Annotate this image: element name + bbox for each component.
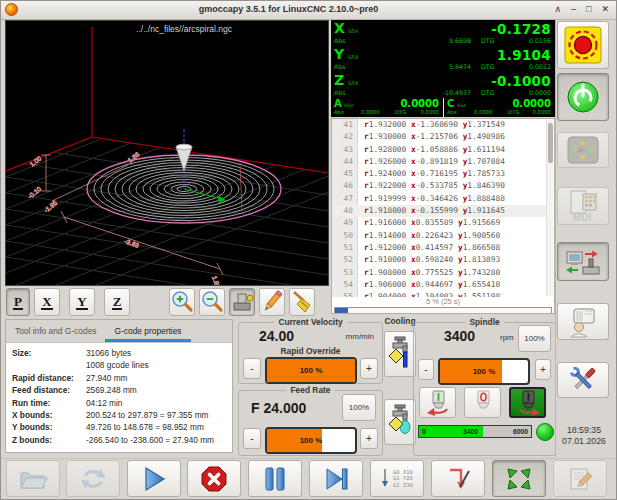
mode-mdi-button[interactable]: MDI — [557, 187, 609, 225]
mist-icon — [387, 402, 413, 442]
pause-button[interactable] — [248, 460, 302, 497]
run-progress-fill — [335, 308, 348, 313]
feed-plus-button[interactable]: + — [360, 428, 378, 449]
gremlin-preview[interactable]: 1.00 -0.10 -1.95 1.86 -3.83 1.88 ../../n… — [5, 20, 329, 286]
spindle-reset-button[interactable]: 100% — [518, 325, 551, 352]
gcode-scrollbar-thumb[interactable] — [548, 123, 553, 163]
toolpath-view-button[interactable] — [229, 288, 255, 316]
property-label: Z bounds: — [12, 434, 86, 446]
shade-button[interactable]: ∧ — [554, 4, 561, 15]
optional-blocks-button[interactable] — [431, 460, 485, 497]
mode-auto-button[interactable] — [557, 242, 609, 281]
spindle-override-slider[interactable]: 100 % — [438, 358, 530, 385]
dro-sub-line: Abs0.0000DTG0.0000 — [444, 109, 555, 116]
gcode-line-text: r1.914000 x0.226423 y1.900560 — [357, 230, 500, 242]
run-from-line-arrow — [381, 467, 391, 491]
machine-on-button[interactable] — [557, 73, 609, 121]
gcode-line[interactable]: 54r1.906000 x0.944697 y1.655410 — [332, 279, 547, 291]
run-button[interactable] — [127, 460, 181, 497]
dtg-label: DTG — [481, 89, 495, 96]
rapid-minus-button[interactable]: - — [243, 358, 261, 379]
view-p-button[interactable]: P — [6, 288, 30, 316]
gcode-line[interactable]: 41r1.932000 x-1.360690 y1.371549 — [332, 119, 547, 131]
step-button[interactable] — [309, 460, 363, 497]
view-x-button[interactable]: X — [34, 288, 60, 316]
spindle-ccw-button[interactable] — [419, 387, 456, 418]
tab-gcode-properties[interactable]: G-code properties — [105, 320, 190, 342]
gcode-line[interactable]: 53r1.908000 x0.775525 y1.743280 — [332, 267, 547, 279]
view-x-label: X — [41, 295, 52, 310]
gcode-line-number: 54 — [332, 279, 357, 291]
spindle-cw-button[interactable] — [509, 387, 546, 418]
spindle-minus-button[interactable]: - — [418, 359, 434, 380]
spindle-stop-button[interactable] — [464, 387, 501, 418]
gcode-line[interactable]: 52r1.910000 x0.598240 y1.813893 — [332, 254, 547, 266]
tab-tool-info[interactable]: Tool info and G-codes — [6, 320, 105, 342]
dimensions-button[interactable] — [259, 288, 285, 316]
user-setup-icon — [566, 306, 600, 338]
spindle-plus-button[interactable]: + — [535, 359, 551, 380]
run-from-line-button[interactable]: G0 X10 G1 Y20 G1 Z30 — [370, 460, 424, 497]
gcode-line[interactable]: 51r1.912000 x0.414597 y1.866508 — [332, 242, 547, 254]
gcode-view[interactable]: 41r1.932000 x-1.360690 y1.37154942r1.930… — [331, 118, 555, 314]
fullscreen-button[interactable] — [492, 460, 546, 497]
feed-minus-button[interactable]: - — [243, 428, 261, 449]
dro-axis-letter: Y — [334, 46, 344, 62]
feed-reset-button[interactable]: 100% — [342, 394, 376, 421]
gcode-line[interactable]: 48r1.918000 x-0.155999 y1.911645 — [332, 205, 547, 217]
gcode-line-text: r1.932000 x-1.360690 y1.371549 — [357, 119, 505, 131]
property-value: 04:12 min — [86, 397, 122, 409]
maximize-button[interactable]: □ — [586, 4, 591, 15]
feed-override-slider[interactable]: 100 % — [265, 427, 357, 454]
gcode-line-number: 49 — [332, 217, 357, 229]
rapid-plus-button[interactable]: + — [360, 358, 378, 379]
gcode-line[interactable]: 42r1.930000 x-1.215706 y1.498986 — [332, 131, 547, 143]
estop-button[interactable] — [557, 21, 609, 69]
spindle-bar-max: 6000 — [513, 426, 528, 437]
open-file-button[interactable] — [6, 460, 60, 497]
clear-plot-button[interactable] — [289, 288, 315, 316]
gcode-scrollbar[interactable] — [546, 120, 553, 296]
zoom-in-button[interactable] — [169, 288, 195, 316]
gcode-word-value: 1.922000 — [369, 181, 407, 190]
view-y-button[interactable]: Y — [69, 288, 95, 316]
gcode-word-value: -1.360690 — [416, 120, 458, 129]
gcode-line-text: r1.918000 x-0.155999 y1.911645 — [357, 205, 505, 217]
property-row: Size:31066 bytes — [12, 347, 226, 359]
dtg-label: DTG — [481, 37, 495, 44]
view-z-label: Z — [112, 295, 123, 310]
gcode-list[interactable]: 41r1.932000 x-1.360690 y1.37154942r1.930… — [332, 119, 547, 297]
close-button[interactable]: ✕ — [601, 4, 609, 15]
rapid-override-slider[interactable]: 100 % — [265, 357, 357, 384]
gcode-line[interactable]: 46r1.922000 x-0.533785 y1.846390 — [332, 180, 547, 192]
view-z-button[interactable]: Z — [104, 288, 130, 316]
gcode-word-value: 1.915669 — [463, 218, 501, 227]
edit-icon — [567, 466, 593, 492]
dro-system-label: G54 — [344, 103, 353, 108]
zoom-out-button[interactable] — [199, 288, 225, 316]
gcode-line[interactable]: 50r1.914000 x0.226423 y1.900560 — [332, 230, 547, 242]
run-progress-bar — [334, 307, 552, 314]
dro-sub-line: Abs5.8474DTG0.0012 — [331, 63, 555, 72]
stop-button[interactable] — [187, 460, 241, 497]
reload-file-button[interactable] — [66, 460, 120, 497]
mode-manual-button[interactable] — [557, 132, 609, 168]
dro-panel[interactable]: XG54-0.1728Abs9.6698DTG0.0156YG541.9104A… — [331, 20, 555, 117]
property-label — [12, 359, 86, 371]
gcode-word-value: 1.371549 — [467, 120, 505, 129]
gcode-line[interactable]: 47r1.919999 x-0.346426 y1.888488 — [332, 193, 547, 205]
property-label: Rapid distance: — [12, 372, 86, 384]
gcode-line[interactable]: 43r1.928000 x-1.058886 y1.611194 — [332, 144, 547, 156]
edit-gcode-button[interactable] — [553, 460, 607, 497]
gcode-line[interactable]: 44r1.926000 x-0.891819 y1.707084 — [332, 156, 547, 168]
minimize-button[interactable]: – — [571, 4, 576, 15]
flood-coolant-button[interactable] — [384, 331, 416, 377]
run-from-line-text: G0 X10 G1 Y20 G1 Z30 — [393, 469, 413, 489]
settings-button[interactable] — [557, 362, 609, 398]
mist-coolant-button[interactable] — [384, 399, 416, 445]
gcode-line[interactable]: 45r1.924000 x-0.716195 y1.785733 — [332, 168, 547, 180]
velocity-unit: mm/min — [346, 332, 374, 341]
gcode-line[interactable]: 49r1.916000 x0.035589 y1.915669 — [332, 217, 547, 229]
gcode-word-value: 0.414597 — [416, 243, 454, 252]
setup-page-button[interactable] — [557, 303, 609, 340]
